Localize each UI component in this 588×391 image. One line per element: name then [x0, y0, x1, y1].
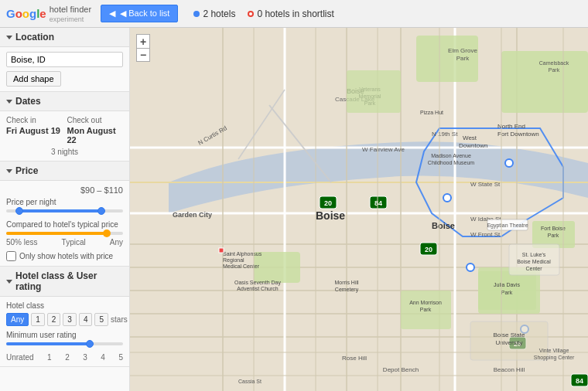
location-section-header[interactable]: Location [0, 28, 129, 47]
price-section: Price $90 – $110 Price per night Compare… [0, 162, 129, 267]
price-slider[interactable] [6, 209, 123, 212]
svg-text:W Fairview Ave: W Fairview Ave [362, 146, 405, 153]
price-thumb-left[interactable] [15, 207, 23, 215]
product-name: hotel finderexperiment [50, 5, 91, 23]
svg-text:Park: Park [420, 307, 432, 312]
svg-text:Garden City: Garden City [173, 211, 212, 219]
location-section: Location Add shape [0, 28, 129, 92]
price-track [6, 209, 123, 212]
hotel-class-section: Hotel class & User rating Hotel class An… [0, 267, 129, 367]
typical-track [6, 232, 123, 235]
dates-section-header[interactable]: Dates [0, 92, 129, 111]
only-show-price-row: Only show hotels with price [6, 251, 123, 261]
typical-slider[interactable] [6, 232, 123, 235]
location-section-content: Add shape [0, 47, 129, 91]
collapse-icon [6, 100, 12, 104]
rating-thumb[interactable] [86, 340, 94, 348]
star-2-button[interactable]: 2 [47, 313, 61, 326]
nights-label: 3 nights [6, 148, 123, 156]
svg-text:Shopping Center: Shopping Center [534, 355, 575, 361]
hotel-class-row: Any 1 2 3 4 5 stars [6, 313, 123, 326]
star-3-button[interactable]: 3 [63, 313, 77, 326]
svg-text:West: West [463, 134, 477, 141]
typical-fill [6, 232, 105, 235]
svg-text:University: University [495, 339, 522, 346]
only-show-price-checkbox[interactable] [6, 251, 16, 261]
stars-suffix: stars [111, 315, 128, 324]
svg-text:Elm Grove: Elm Grove [448, 47, 477, 54]
hotel-class-section-header[interactable]: Hotel class & User rating [0, 267, 129, 297]
map-svg: 20 84 20 26 N Curtis Rd W Fairview Ave N… [130, 28, 588, 391]
svg-text:Julia Davis: Julia Davis [494, 282, 520, 287]
add-shape-button[interactable]: Add shape [6, 71, 61, 87]
price-fill [18, 209, 100, 212]
sidebar: Location Add shape Dates Check in Fri Au… [0, 28, 130, 391]
price-thumb-right[interactable] [97, 207, 105, 215]
rating-fill [6, 342, 88, 345]
rating-slider[interactable] [6, 342, 123, 345]
svg-rect-51 [219, 248, 224, 253]
collapse-icon [6, 36, 12, 39]
svg-text:Ann Morrison: Ann Morrison [409, 300, 442, 305]
hotel-class-label: Hotel class [6, 301, 123, 310]
svg-text:Cassia St: Cassia St [238, 379, 262, 384]
svg-text:Morris Hill: Morris Hill [334, 280, 359, 285]
svg-text:Fort Boise: Fort Boise [541, 226, 566, 231]
svg-text:20: 20 [425, 246, 432, 253]
rating-scale: Unrated 1 2 3 4 5 [6, 353, 123, 362]
svg-text:Boise State: Boise State [494, 332, 525, 338]
logo: Google hotel finderexperiment [6, 5, 91, 23]
svg-point-47 [467, 264, 474, 271]
svg-text:Downtown: Downtown [459, 142, 487, 149]
svg-point-45 [505, 159, 513, 167]
header: Google hotel finderexperiment ◀ ◀ Back t… [0, 0, 588, 28]
compared-label: Compared to hotel's typical price [6, 220, 123, 229]
checkout-col: Check out Mon August 22 [67, 116, 124, 144]
price-section-header[interactable]: Price [0, 162, 129, 181]
map-container[interactable]: + − [130, 28, 588, 391]
svg-rect-18 [254, 252, 300, 283]
star-5-button[interactable]: 5 [94, 313, 108, 326]
dates-section: Dates Check in Fri August 19 Check out M… [0, 92, 129, 162]
svg-text:W Front St: W Front St [470, 231, 501, 238]
svg-text:Madison Avenue: Madison Avenue [431, 153, 471, 158]
google-logo: Google [6, 7, 46, 20]
svg-text:Park: Park [501, 290, 513, 295]
zoom-in-button[interactable]: + [136, 34, 150, 48]
back-to-list-button[interactable]: ◀ ◀ Back to list [101, 5, 178, 22]
star-any-button[interactable]: Any [6, 313, 29, 326]
red-dot-icon [248, 11, 254, 17]
star-4-button[interactable]: 4 [79, 313, 93, 326]
svg-point-44 [443, 194, 451, 202]
svg-text:Saint Alphonsus: Saint Alphonsus [223, 251, 262, 257]
hotels-in-list: 2 hotels [193, 8, 235, 19]
svg-text:Camelsback: Camelsback [539, 60, 569, 66]
map-zoom-controls: + − [136, 34, 150, 62]
zoom-out-button[interactable]: − [136, 48, 150, 62]
price-range-label: $90 – $110 [6, 185, 123, 195]
svg-text:Park: Park [549, 67, 560, 73]
svg-text:Adventist Church: Adventist Church [237, 286, 278, 291]
rating-track [6, 342, 123, 345]
blue-dot-icon [193, 11, 200, 17]
typical-price-section: Compared to hotel's typical price 50% le… [6, 220, 123, 246]
svg-rect-86 [347, 70, 401, 113]
back-arrow-icon: ◀ [109, 8, 115, 19]
svg-text:St. Luke's: St. Luke's [522, 252, 546, 257]
svg-text:Childhood Museum: Childhood Museum [428, 160, 474, 165]
svg-text:84: 84 [374, 199, 382, 207]
location-input[interactable] [6, 52, 123, 67]
star-1-button[interactable]: 1 [31, 313, 45, 326]
price-section-content: $90 – $110 Price per night Compared to h… [0, 181, 129, 266]
price-per-night-label: Price per night [6, 198, 123, 206]
svg-text:Cemetery: Cemetery [335, 287, 359, 293]
typical-scale: 50% less Typical Any [6, 238, 123, 246]
svg-text:Pizza Hut: Pizza Hut [420, 110, 443, 115]
svg-text:Oasis Seventh Day: Oasis Seventh Day [234, 280, 281, 286]
svg-text:84: 84 [576, 377, 583, 385]
svg-text:Beacon Hill: Beacon Hill [494, 366, 525, 373]
hotel-class-section-content: Hotel class Any 1 2 3 4 5 stars Minimum … [0, 297, 129, 366]
svg-text:Vinte Village: Vinte Village [539, 348, 569, 354]
svg-text:Boise Medical: Boise Medical [517, 259, 551, 264]
typical-thumb[interactable] [103, 230, 111, 237]
